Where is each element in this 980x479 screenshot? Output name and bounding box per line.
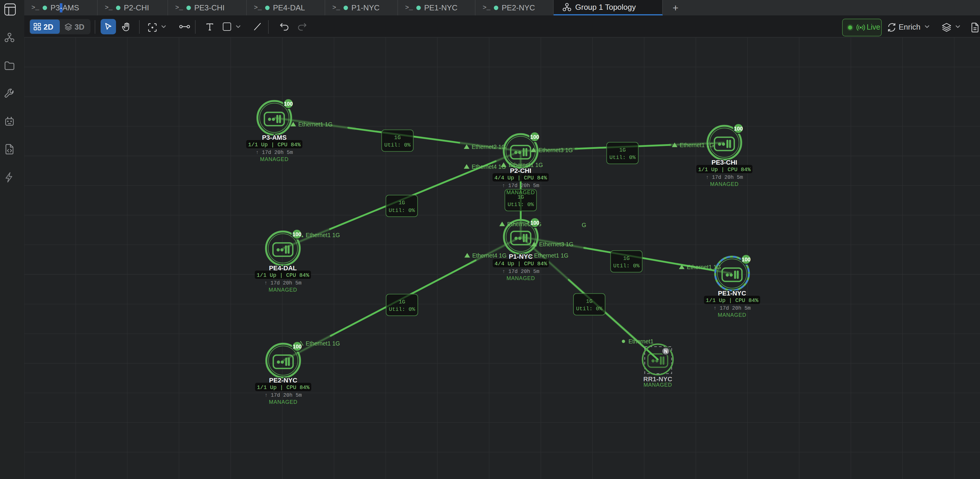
svg-text:↑ 17d 20h 5m: ↑ 17d 20h 5m <box>502 183 539 188</box>
svg-text:Ethernet3 1G: Ethernet3 1G <box>539 147 573 153</box>
svg-text:1G: 1G <box>394 135 401 141</box>
svg-text:100: 100 <box>741 257 750 263</box>
svg-text:100: 100 <box>292 232 301 238</box>
svg-text:4/4 Up | CPU 84%: 4/4 Up | CPU 84% <box>495 175 547 181</box>
svg-text:1/1 Up | CPU 84%: 1/1 Up | CPU 84% <box>706 297 759 304</box>
svg-text:Ethernet3 1G: Ethernet3 1G <box>539 241 573 247</box>
svg-text:100: 100 <box>734 126 743 132</box>
svg-text:MANAGED: MANAGED <box>269 287 298 293</box>
svg-text:Util: 0%: Util: 0% <box>508 201 534 208</box>
svg-text:Ethernet1 1G: Ethernet1 1G <box>534 252 568 259</box>
svg-text:MANAGED: MANAGED <box>718 312 746 318</box>
svg-text:Util: 0%: Util: 0% <box>388 208 415 214</box>
svg-text:Ethernet1 1G: Ethernet1 1G <box>305 232 340 238</box>
svg-text:1/1 Up | CPU 84%: 1/1 Up | CPU 84% <box>257 385 310 391</box>
svg-text:Util: 0%: Util: 0% <box>613 263 640 269</box>
svg-text:1G: 1G <box>623 255 630 262</box>
svg-text:1/1 Up | CPU 84%: 1/1 Up | CPU 84% <box>248 142 301 148</box>
svg-text:MANAGED: MANAGED <box>507 275 535 281</box>
svg-text:100: 100 <box>293 344 302 350</box>
svg-text:Util: 0%: Util: 0% <box>384 142 411 148</box>
svg-text:Ethernet4 1G: Ethernet4 1G <box>472 163 506 170</box>
svg-text:N: N <box>664 349 668 354</box>
svg-text:G: G <box>582 222 586 228</box>
svg-text:Ethernet2 1G: Ethernet2 1G <box>472 144 506 150</box>
svg-text:Ethernet1 1G: Ethernet1 1G <box>305 340 340 346</box>
svg-text:1G: 1G <box>586 299 592 305</box>
svg-text:↑ 17d 20h 5m: ↑ 17d 20h 5m <box>502 268 539 275</box>
svg-text:MANAGED: MANAGED <box>269 399 298 405</box>
svg-text:1G: 1G <box>399 299 405 305</box>
svg-text:1G: 1G <box>399 200 405 206</box>
svg-text:Ethernet1 1G: Ethernet1 1G <box>687 264 721 270</box>
svg-text:Ethernet1: Ethernet1 <box>628 338 654 345</box>
svg-text:MANAGED: MANAGED <box>644 382 672 388</box>
svg-text:Util: 0%: Util: 0% <box>389 307 415 313</box>
svg-text:↑ 17d 20h 5m: ↑ 17d 20h 5m <box>264 280 302 286</box>
svg-text:1/1 Up | CPU 84%: 1/1 Up | CPU 84% <box>698 167 751 173</box>
svg-text:100: 100 <box>284 101 293 107</box>
svg-text:Util: 0%: Util: 0% <box>576 306 603 312</box>
svg-text:1/1 Up | CPU 84%: 1/1 Up | CPU 84% <box>256 272 310 279</box>
svg-text:4/4 Up | CPU 84%: 4/4 Up | CPU 84% <box>495 261 547 267</box>
svg-text:MANAGED: MANAGED <box>710 181 739 187</box>
svg-text:100: 100 <box>530 220 539 226</box>
svg-text:Ethernet1 1G: Ethernet1 1G <box>680 142 714 148</box>
svg-text:1G: 1G <box>619 147 626 153</box>
svg-text:↑ 17d 20h 5m: ↑ 17d 20h 5m <box>706 174 743 180</box>
svg-text:↑ 17d 20h 5m: ↑ 17d 20h 5m <box>256 150 293 155</box>
svg-text:Ethernet4 1G: Ethernet4 1G <box>472 252 507 259</box>
svg-text:↑ 17d 20h 5m: ↑ 17d 20h 5m <box>713 305 751 311</box>
svg-text:100: 100 <box>530 134 539 140</box>
svg-text:Util: 0%: Util: 0% <box>609 155 636 161</box>
svg-text:Ethernet1 1G: Ethernet1 1G <box>298 121 332 128</box>
svg-text:↑ 17d 20h 5m: ↑ 17d 20h 5m <box>264 392 302 398</box>
svg-text:MANAGED: MANAGED <box>260 156 289 162</box>
svg-text:MANAGED: MANAGED <box>506 190 535 195</box>
